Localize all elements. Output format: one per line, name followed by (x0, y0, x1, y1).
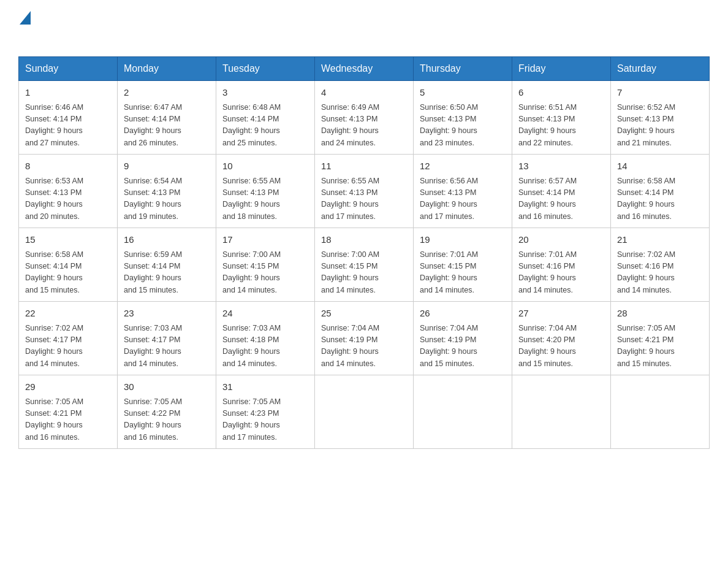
day-number: 25 (321, 307, 407, 321)
calendar-cell: 22Sunrise: 7:02 AMSunset: 4:17 PMDayligh… (19, 302, 118, 375)
day-number: 22 (25, 307, 111, 321)
calendar-cell: 28Sunrise: 7:05 AMSunset: 4:21 PMDayligh… (611, 302, 710, 375)
day-info: Sunrise: 6:58 AMSunset: 4:14 PMDaylight:… (25, 249, 111, 297)
day-number: 1 (25, 86, 111, 100)
calendar-cell: 24Sunrise: 7:03 AMSunset: 4:18 PMDayligh… (216, 302, 315, 375)
calendar-cell: 17Sunrise: 7:00 AMSunset: 4:15 PMDayligh… (216, 228, 315, 302)
day-number: 12 (420, 159, 506, 174)
calendar-cell: 16Sunrise: 6:59 AMSunset: 4:14 PMDayligh… (118, 228, 216, 302)
day-info: Sunrise: 7:03 AMSunset: 4:18 PMDaylight:… (222, 323, 308, 370)
day-info: Sunrise: 7:01 AMSunset: 4:15 PMDaylight:… (420, 249, 506, 297)
calendar-cell: 26Sunrise: 7:04 AMSunset: 4:19 PMDayligh… (414, 302, 512, 375)
calendar-cell: 4Sunrise: 6:49 AMSunset: 4:13 PMDaylight… (315, 81, 414, 155)
day-info: Sunrise: 6:54 AMSunset: 4:13 PMDaylight:… (124, 175, 210, 223)
day-info: Sunrise: 6:57 AMSunset: 4:14 PMDaylight:… (518, 175, 604, 223)
day-number: 9 (124, 159, 210, 174)
day-info: Sunrise: 7:00 AMSunset: 4:15 PMDaylight:… (321, 249, 407, 297)
day-info: Sunrise: 7:04 AMSunset: 4:19 PMDaylight:… (321, 323, 407, 370)
day-number: 13 (518, 159, 604, 174)
calendar-week-row: 8Sunrise: 6:53 AMSunset: 4:13 PMDaylight… (19, 155, 710, 228)
day-info: Sunrise: 6:55 AMSunset: 4:13 PMDaylight:… (321, 175, 407, 223)
calendar-cell: 1Sunrise: 6:46 AMSunset: 4:14 PMDaylight… (19, 81, 118, 155)
day-number: 6 (518, 86, 604, 100)
day-info: Sunrise: 7:03 AMSunset: 4:17 PMDaylight:… (124, 323, 210, 370)
day-number: 7 (617, 86, 703, 100)
calendar-cell (512, 375, 611, 449)
calendar-week-row: 15Sunrise: 6:58 AMSunset: 4:14 PMDayligh… (19, 228, 710, 302)
column-header-monday: Monday (118, 57, 216, 81)
day-number: 16 (124, 233, 210, 247)
calendar-cell: 18Sunrise: 7:00 AMSunset: 4:15 PMDayligh… (315, 228, 414, 302)
calendar-cell: 10Sunrise: 6:55 AMSunset: 4:13 PMDayligh… (216, 155, 315, 228)
day-info: Sunrise: 6:59 AMSunset: 4:14 PMDaylight:… (124, 249, 210, 297)
column-header-friday: Friday (512, 57, 611, 81)
day-info: Sunrise: 6:52 AMSunset: 4:13 PMDaylight:… (617, 102, 703, 150)
day-number: 29 (25, 380, 111, 394)
day-info: Sunrise: 7:04 AMSunset: 4:20 PMDaylight:… (518, 323, 604, 370)
day-number: 4 (321, 86, 407, 100)
day-number: 30 (124, 380, 210, 394)
calendar-table: SundayMondayTuesdayWednesdayThursdayFrid… (18, 56, 710, 449)
day-number: 5 (420, 86, 506, 100)
calendar-cell: 15Sunrise: 6:58 AMSunset: 4:14 PMDayligh… (19, 228, 118, 302)
day-info: Sunrise: 6:49 AMSunset: 4:13 PMDaylight:… (321, 102, 407, 150)
calendar-cell: 23Sunrise: 7:03 AMSunset: 4:17 PMDayligh… (118, 302, 216, 375)
day-info: Sunrise: 7:05 AMSunset: 4:22 PMDaylight:… (124, 396, 210, 444)
calendar-cell: 14Sunrise: 6:58 AMSunset: 4:14 PMDayligh… (611, 155, 710, 228)
day-info: Sunrise: 7:05 AMSunset: 4:23 PMDaylight:… (222, 396, 308, 444)
calendar-cell: 20Sunrise: 7:01 AMSunset: 4:16 PMDayligh… (512, 228, 611, 302)
page-header (18, 12, 710, 44)
day-number: 15 (25, 233, 111, 247)
calendar-week-row: 1Sunrise: 6:46 AMSunset: 4:14 PMDaylight… (19, 81, 710, 155)
day-info: Sunrise: 6:50 AMSunset: 4:13 PMDaylight:… (420, 102, 506, 150)
day-info: Sunrise: 6:55 AMSunset: 4:13 PMDaylight:… (222, 175, 308, 223)
day-number: 28 (617, 307, 703, 321)
column-header-tuesday: Tuesday (216, 57, 315, 81)
day-number: 20 (518, 233, 604, 247)
calendar-cell (315, 375, 414, 449)
calendar-cell: 3Sunrise: 6:48 AMSunset: 4:14 PMDaylight… (216, 81, 315, 155)
calendar-week-row: 29Sunrise: 7:05 AMSunset: 4:21 PMDayligh… (19, 375, 710, 449)
calendar-cell: 25Sunrise: 7:04 AMSunset: 4:19 PMDayligh… (315, 302, 414, 375)
day-info: Sunrise: 6:47 AMSunset: 4:14 PMDaylight:… (124, 102, 210, 150)
calendar-cell: 27Sunrise: 7:04 AMSunset: 4:20 PMDayligh… (512, 302, 611, 375)
day-number: 8 (25, 159, 111, 174)
day-number: 19 (420, 233, 506, 247)
day-number: 18 (321, 233, 407, 247)
logo-flag-icon (20, 11, 31, 27)
column-header-wednesday: Wednesday (315, 57, 414, 81)
day-info: Sunrise: 7:04 AMSunset: 4:19 PMDaylight:… (420, 323, 506, 370)
day-info: Sunrise: 7:05 AMSunset: 4:21 PMDaylight:… (617, 323, 703, 370)
day-number: 31 (222, 380, 308, 394)
calendar-cell: 2Sunrise: 6:47 AMSunset: 4:14 PMDaylight… (118, 81, 216, 155)
svg-marker-0 (20, 11, 31, 25)
day-info: Sunrise: 6:48 AMSunset: 4:14 PMDaylight:… (222, 102, 308, 150)
calendar-cell: 19Sunrise: 7:01 AMSunset: 4:15 PMDayligh… (414, 228, 512, 302)
column-header-sunday: Sunday (19, 57, 118, 81)
day-number: 2 (124, 86, 210, 100)
calendar-cell: 31Sunrise: 7:05 AMSunset: 4:23 PMDayligh… (216, 375, 315, 449)
calendar-cell: 13Sunrise: 6:57 AMSunset: 4:14 PMDayligh… (512, 155, 611, 228)
day-number: 11 (321, 159, 407, 174)
day-number: 3 (222, 86, 308, 100)
day-info: Sunrise: 6:56 AMSunset: 4:13 PMDaylight:… (420, 175, 506, 223)
day-info: Sunrise: 7:05 AMSunset: 4:21 PMDaylight:… (25, 396, 111, 444)
calendar-cell: 12Sunrise: 6:56 AMSunset: 4:13 PMDayligh… (414, 155, 512, 228)
day-info: Sunrise: 7:02 AMSunset: 4:17 PMDaylight:… (25, 323, 111, 370)
day-number: 24 (222, 307, 308, 321)
calendar-cell: 21Sunrise: 7:02 AMSunset: 4:16 PMDayligh… (611, 228, 710, 302)
day-info: Sunrise: 6:53 AMSunset: 4:13 PMDaylight:… (25, 175, 111, 223)
calendar-header-row: SundayMondayTuesdayWednesdayThursdayFrid… (19, 57, 710, 81)
column-header-thursday: Thursday (414, 57, 512, 81)
day-info: Sunrise: 6:51 AMSunset: 4:13 PMDaylight:… (518, 102, 604, 150)
day-number: 10 (222, 159, 308, 174)
calendar-cell: 9Sunrise: 6:54 AMSunset: 4:13 PMDaylight… (118, 155, 216, 228)
calendar-cell: 6Sunrise: 6:51 AMSunset: 4:13 PMDaylight… (512, 81, 611, 155)
calendar-cell: 29Sunrise: 7:05 AMSunset: 4:21 PMDayligh… (19, 375, 118, 449)
calendar-cell: 5Sunrise: 6:50 AMSunset: 4:13 PMDaylight… (414, 81, 512, 155)
calendar-cell: 11Sunrise: 6:55 AMSunset: 4:13 PMDayligh… (315, 155, 414, 228)
day-info: Sunrise: 7:02 AMSunset: 4:16 PMDaylight:… (617, 249, 703, 297)
calendar-cell (611, 375, 710, 449)
day-info: Sunrise: 7:00 AMSunset: 4:15 PMDaylight:… (222, 249, 308, 297)
day-number: 23 (124, 307, 210, 321)
